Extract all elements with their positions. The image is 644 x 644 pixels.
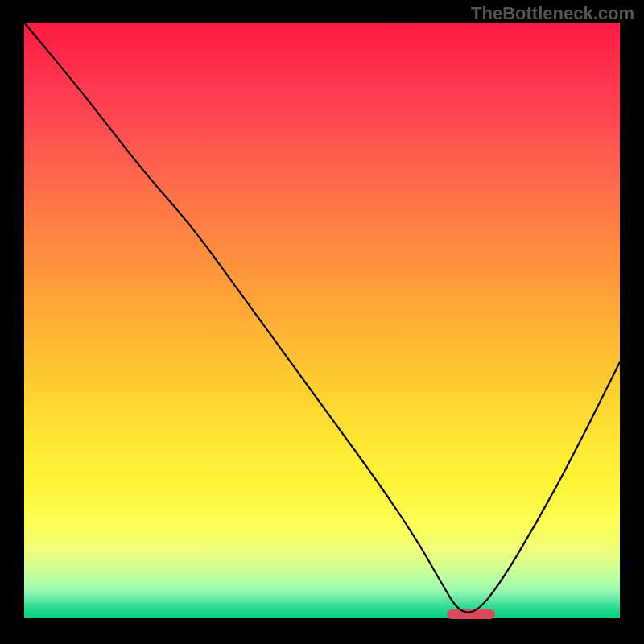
watermark-text: TheBottleneck.com	[471, 3, 634, 24]
bottleneck-curve	[24, 23, 620, 618]
plot-area	[24, 23, 620, 618]
